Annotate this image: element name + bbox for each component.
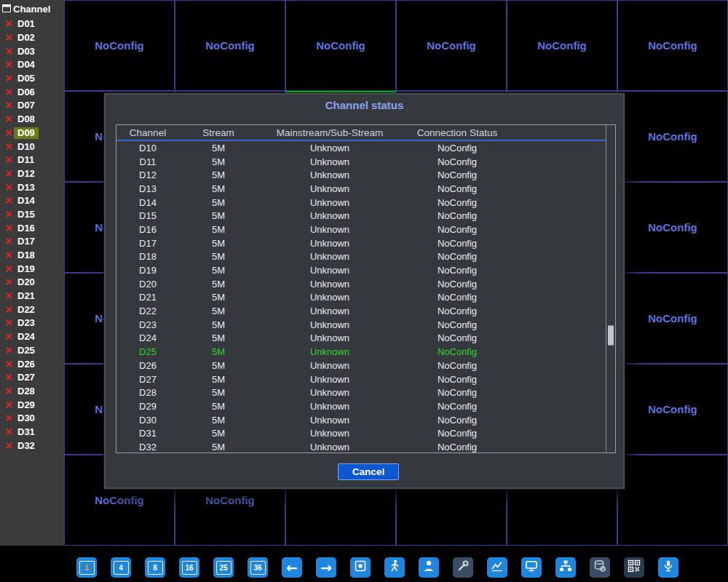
remove-channel-icon[interactable]: × <box>4 100 14 111</box>
remove-channel-icon[interactable]: × <box>4 87 14 98</box>
remove-channel-icon[interactable]: × <box>4 317 14 329</box>
video-tile[interactable]: NoConfig <box>617 0 728 91</box>
channel-status-row[interactable]: D13 5M Unknown NoConfig <box>116 182 606 196</box>
channel-status-row[interactable]: D30 5M Unknown NoConfig <box>116 413 606 427</box>
remove-channel-icon[interactable]: × <box>4 182 14 194</box>
channel-list-item[interactable]: × D23 <box>0 316 64 330</box>
remove-channel-icon[interactable]: × <box>4 304 14 316</box>
remove-channel-icon[interactable]: × <box>4 372 14 383</box>
channel-status-row[interactable]: D14 5M Unknown NoConfig <box>116 196 606 210</box>
channel-status-row[interactable]: D26 5M Unknown NoConfig <box>116 359 606 372</box>
channel-status-row[interactable]: D12 5M Unknown NoConfig <box>116 168 606 182</box>
channel-list-item[interactable]: × D07 <box>0 99 64 113</box>
channel-list-item[interactable]: × D03 <box>0 44 64 58</box>
channel-list-item[interactable]: × D29 <box>0 398 64 412</box>
remove-channel-icon[interactable]: × <box>4 263 14 275</box>
account-button[interactable] <box>419 557 439 578</box>
channel-status-row[interactable]: D31 5M Unknown NoConfig <box>116 426 606 440</box>
remove-channel-icon[interactable]: × <box>4 46 14 57</box>
channel-status-row[interactable]: D16 5M Unknown NoConfig <box>116 223 606 236</box>
remove-channel-icon[interactable]: × <box>4 127 14 139</box>
remove-channel-icon[interactable]: × <box>4 250 14 261</box>
remove-channel-icon[interactable]: × <box>4 426 14 438</box>
channel-status-row[interactable]: D22 5M Unknown NoConfig <box>116 304 606 318</box>
storage-button[interactable] <box>590 557 610 578</box>
video-tile[interactable]: NoConfig <box>175 0 285 91</box>
video-tile[interactable]: NoConfig <box>617 273 728 364</box>
channel-list-item[interactable]: × D09 <box>0 127 64 140</box>
channel-list-item[interactable]: × D31 <box>0 426 64 439</box>
remove-channel-icon[interactable]: × <box>4 18 14 30</box>
channel-status-row[interactable]: D32 5M Unknown NoConfig <box>116 440 606 453</box>
remove-channel-icon[interactable]: × <box>4 168 14 180</box>
channel-status-row[interactable]: D10 5M Unknown NoConfig <box>116 141 606 155</box>
remove-channel-icon[interactable]: × <box>4 331 14 343</box>
next-page-button[interactable]: → <box>316 557 336 578</box>
remove-channel-icon[interactable]: × <box>4 113 14 125</box>
channel-list-item[interactable]: × D14 <box>0 194 64 208</box>
remove-channel-icon[interactable]: × <box>4 141 14 153</box>
channel-list-item[interactable]: × D10 <box>0 140 64 154</box>
remove-channel-icon[interactable]: × <box>4 223 14 234</box>
channel-list-item[interactable]: × D30 <box>0 412 64 426</box>
qr-code-button[interactable] <box>624 557 644 578</box>
channel-list-item[interactable]: × D13 <box>0 180 64 194</box>
chart-button[interactable] <box>487 557 507 578</box>
remove-channel-icon[interactable]: × <box>4 32 14 44</box>
channel-list-item[interactable]: × D16 <box>0 221 64 235</box>
remove-channel-icon[interactable]: × <box>4 276 14 288</box>
network-button[interactable] <box>555 557 576 578</box>
video-tile[interactable]: NoConfig <box>64 0 175 91</box>
remove-channel-icon[interactable]: × <box>4 412 14 424</box>
remove-channel-icon[interactable]: × <box>4 386 14 397</box>
channel-list-item[interactable]: × D15 <box>0 208 64 222</box>
cancel-button[interactable]: Cancel <box>338 463 399 480</box>
tools-button[interactable] <box>453 557 473 578</box>
video-tile[interactable]: NoConfig <box>396 0 507 91</box>
remove-channel-icon[interactable]: × <box>4 195 14 207</box>
remove-channel-icon[interactable]: × <box>4 345 14 356</box>
video-tile[interactable]: NoConfig <box>507 0 617 91</box>
view-16-button[interactable]: 16 <box>179 557 199 578</box>
dialog-scrollbar[interactable] <box>606 125 615 453</box>
view-8-button[interactable]: 8 <box>145 557 165 578</box>
channel-status-row[interactable]: D25 5M Unknown NoConfig <box>116 345 606 359</box>
video-tile[interactable]: NoConfig <box>617 364 728 455</box>
microphone-button[interactable] <box>658 557 678 578</box>
channel-list-item[interactable]: × D19 <box>0 262 64 276</box>
tour-button[interactable] <box>350 557 371 578</box>
video-tile[interactable]: NoConfig <box>617 91 728 182</box>
video-tile[interactable]: NoConfig <box>285 0 396 91</box>
remove-channel-icon[interactable]: × <box>4 59 14 71</box>
channel-list-item[interactable]: × D21 <box>0 290 64 303</box>
remove-channel-icon[interactable]: × <box>4 73 14 84</box>
remove-channel-icon[interactable]: × <box>4 154 14 166</box>
channel-list-item[interactable]: × D25 <box>0 344 64 358</box>
channel-status-row[interactable]: D24 5M Unknown NoConfig <box>116 332 606 346</box>
motion-detect-button[interactable] <box>384 557 405 578</box>
remove-channel-icon[interactable]: × <box>4 236 14 247</box>
channel-list-item[interactable]: × D28 <box>0 385 64 399</box>
video-tile[interactable]: NoConfig <box>617 182 728 273</box>
channel-list-item[interactable]: × D02 <box>0 31 64 45</box>
channel-list-item[interactable]: × D11 <box>0 154 64 167</box>
channel-list-item[interactable]: × D20 <box>0 276 64 290</box>
channel-list-item[interactable]: × D26 <box>0 357 64 371</box>
view-4-button[interactable]: 4 <box>111 557 131 578</box>
channel-list-item[interactable]: × D12 <box>0 167 64 181</box>
channel-list-item[interactable]: × D24 <box>0 330 64 344</box>
channel-list-item[interactable]: × D04 <box>0 58 64 72</box>
channel-status-row[interactable]: D17 5M Unknown NoConfig <box>116 236 606 250</box>
channel-list-item[interactable]: × D01 <box>0 17 64 31</box>
channel-status-row[interactable]: D18 5M Unknown NoConfig <box>116 250 606 264</box>
channel-list-item[interactable]: × D22 <box>0 303 64 316</box>
channel-list-item[interactable]: × D05 <box>0 72 64 86</box>
channel-list-item[interactable]: × D06 <box>0 85 64 99</box>
channel-list-item[interactable]: × D18 <box>0 249 64 263</box>
channel-status-row[interactable]: D28 5M Unknown NoConfig <box>116 386 606 399</box>
remove-channel-icon[interactable]: × <box>4 359 14 370</box>
channel-status-row[interactable]: D15 5M Unknown NoConfig <box>116 209 606 223</box>
prev-page-button[interactable]: ← <box>282 557 302 578</box>
channel-list-item[interactable]: × D32 <box>0 439 64 453</box>
view-36-button[interactable]: 36 <box>248 557 268 578</box>
